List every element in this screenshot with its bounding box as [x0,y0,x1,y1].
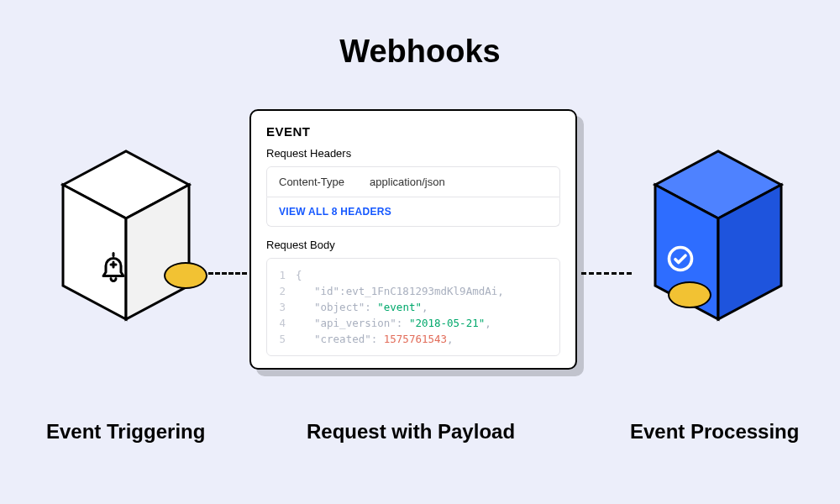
label-event-triggering: Event Triggering [46,420,205,444]
header-value: application/json [370,176,445,188]
bell-plus-icon [98,252,129,282]
page-title: Webhooks [339,34,500,70]
card-title: EVENT [266,124,560,139]
coin-icon-left [164,262,207,289]
request-body-code: 1{ 2"id":evt_1FnC181293mdKl9AmdAi, 3"obj… [266,258,560,356]
view-all-headers-link[interactable]: VIEW ALL 8 HEADERS [266,197,560,227]
label-event-processing: Event Processing [630,420,799,444]
event-triggering-cube [46,134,206,328]
check-circle-icon [665,244,696,274]
connector-line-2 [581,272,632,275]
header-key: Content-Type [279,176,344,188]
label-request-payload: Request with Payload [307,420,515,444]
request-body-label: Request Body [266,239,560,251]
coin-icon-right [668,281,711,308]
request-headers-label: Request Headers [266,147,560,160]
connector-line-1 [208,272,247,275]
event-payload-card: EVENT Request Headers Content-Type appli… [249,109,577,370]
header-row: Content-Type application/json [266,166,560,197]
diagram-stage: EVENT Request Headers Content-Type appli… [0,101,840,386]
event-processing-cube [638,134,798,328]
